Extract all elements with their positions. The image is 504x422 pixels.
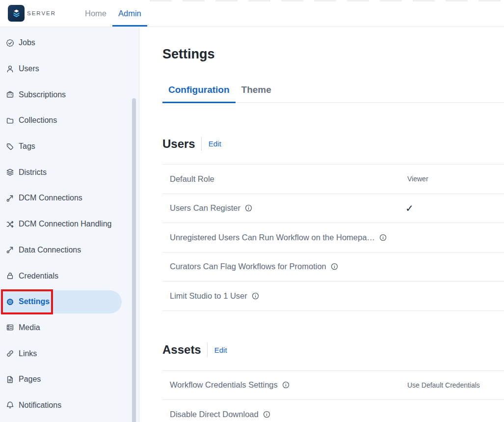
film-icon	[6, 323, 14, 332]
info-icon[interactable]	[263, 411, 270, 418]
layers-icon	[6, 168, 14, 176]
sidebar-item-media[interactable]: Media	[0, 315, 139, 341]
sidebar-item-label: Collections	[19, 116, 57, 125]
assets-settings-table: Workflow Credentials Settings Use Defaul…	[162, 370, 504, 422]
sidebar-item-label: DCM Connections	[19, 194, 82, 202]
users-settings-table: Default Role Viewer Users Can Register ✓…	[162, 164, 504, 311]
top-edge-artifact	[150, 0, 504, 1]
table-row: Unregistered Users Can Run Workflow on t…	[162, 223, 504, 253]
sidebar-item-label: Jobs	[19, 38, 35, 47]
table-row: Curators Can Flag Workflows for Promotio…	[162, 253, 504, 282]
user-icon	[6, 65, 14, 73]
sidebar-item-label: Credentials	[19, 272, 58, 281]
sidebar-item-label: Media	[19, 323, 40, 332]
table-row: Default Role Viewer	[162, 165, 504, 194]
diagonal-arrow-icon	[6, 194, 14, 202]
section-header: Users Edit	[162, 136, 504, 151]
admin-sidebar: Jobs Users Subscriptions Collections Tag…	[0, 27, 139, 422]
sidebar-item-label: Districts	[19, 168, 47, 177]
sidebar-scrollbar[interactable]	[132, 98, 136, 422]
diagonal-arrow-icon	[6, 246, 14, 254]
row-label: Workflow Credentials Settings	[162, 380, 278, 390]
top-bar: SERVER Home Admin	[0, 0, 504, 27]
table-row: Users Can Register ✓	[162, 194, 504, 224]
tab-configuration[interactable]: Configuration	[162, 84, 236, 103]
main-content: Settings Configuration Theme Users Edit …	[140, 27, 504, 422]
sidebar-item-subscriptions[interactable]: Subscriptions	[0, 82, 139, 108]
tag-icon	[6, 142, 14, 151]
folder-icon	[6, 116, 14, 125]
sidebar-item-label: Users	[19, 64, 39, 73]
edit-users-link[interactable]: Edit	[209, 140, 221, 148]
sidebar-item-label: Pages	[19, 375, 41, 384]
row-value: Use Default Credentials	[407, 381, 480, 389]
section-assets: Assets Edit Workflow Credentials Setting…	[162, 342, 504, 422]
sidebar-item-jobs[interactable]: Jobs	[0, 30, 139, 56]
brand-name: SERVER	[27, 0, 56, 27]
info-icon[interactable]	[245, 204, 252, 212]
page-icon	[6, 375, 14, 384]
layers-logo-icon	[11, 8, 22, 19]
sidebar-item-links[interactable]: Links	[0, 340, 139, 366]
page-title: Settings	[162, 47, 504, 62]
check-mark: ✓	[405, 202, 414, 214]
link-icon	[6, 349, 14, 358]
row-label: Limit Studio to 1 User	[162, 291, 247, 301]
sidebar-item-dcm-connection-handling[interactable]: DCM Connection Handling	[0, 211, 139, 237]
top-nav: Home Admin	[79, 0, 147, 27]
sidebar-item-credentials[interactable]: Credentials	[0, 263, 139, 289]
sidebar-menu: Jobs Users Subscriptions Collections Tag…	[0, 27, 139, 418]
section-heading: Users	[162, 137, 195, 151]
section-users: Users Edit Default Role Viewer Users Can…	[162, 136, 504, 311]
sidebar-item-collections[interactable]: Collections	[0, 108, 139, 134]
heading-divider	[201, 137, 202, 151]
heading-divider	[207, 343, 208, 357]
sidebar-item-users[interactable]: Users	[0, 56, 139, 82]
row-value: Viewer	[407, 175, 428, 183]
section-header: Assets Edit	[162, 342, 504, 358]
bell-icon	[6, 401, 14, 409]
sidebar-item-districts[interactable]: Districts	[0, 159, 139, 185]
section-heading: Assets	[162, 343, 201, 357]
table-row: Disable Direct Download	[162, 400, 504, 422]
sidebar-item-label: Data Connections	[19, 246, 81, 254]
info-icon[interactable]	[379, 234, 387, 241]
lock-icon	[6, 272, 14, 280]
nav-tab-admin[interactable]: Admin	[112, 0, 147, 27]
info-icon[interactable]	[282, 381, 290, 389]
row-label: Disable Direct Download	[162, 410, 259, 419]
jobs-clock-check-icon	[6, 39, 14, 47]
row-label: Curators Can Flag Workflows for Promotio…	[162, 262, 326, 271]
sidebar-item-tags[interactable]: Tags	[0, 134, 139, 160]
info-icon[interactable]	[331, 263, 338, 270]
sidebar-item-settings[interactable]: Settings	[0, 289, 139, 315]
brand-logo[interactable]	[8, 5, 25, 22]
nav-tab-home[interactable]: Home	[79, 0, 112, 27]
sidebar-item-notifications[interactable]: Notifications	[0, 393, 139, 419]
sidebar-item-label: Notifications	[19, 401, 61, 410]
row-label: Default Role	[162, 174, 214, 184]
tab-theme[interactable]: Theme	[236, 84, 277, 102]
sidebar-item-label: Settings	[19, 297, 50, 306]
info-icon[interactable]	[252, 292, 259, 300]
sidebar-item-data-connections[interactable]: Data Connections	[0, 237, 139, 263]
sidebar-item-pages[interactable]: Pages	[0, 366, 139, 393]
settings-tabs: Configuration Theme	[162, 84, 504, 103]
sidebar-item-label: Tags	[19, 142, 35, 151]
sidebar-item-label: DCM Connection Handling	[19, 220, 111, 228]
table-row: Workflow Credentials Settings Use Defaul…	[162, 371, 504, 400]
sidebar-item-label: Subscriptions	[19, 90, 66, 99]
row-label: Users Can Register	[162, 203, 240, 213]
shuffle-icon	[6, 220, 14, 228]
edit-assets-link[interactable]: Edit	[214, 346, 227, 354]
gear-icon	[6, 298, 14, 306]
briefcase-icon	[6, 90, 14, 99]
sidebar-item-label: Links	[19, 349, 37, 358]
table-row: Limit Studio to 1 User	[162, 281, 504, 311]
row-label: Unregistered Users Can Run Workflow on t…	[162, 233, 375, 242]
sidebar-item-dcm-connections[interactable]: DCM Connections	[0, 185, 139, 211]
